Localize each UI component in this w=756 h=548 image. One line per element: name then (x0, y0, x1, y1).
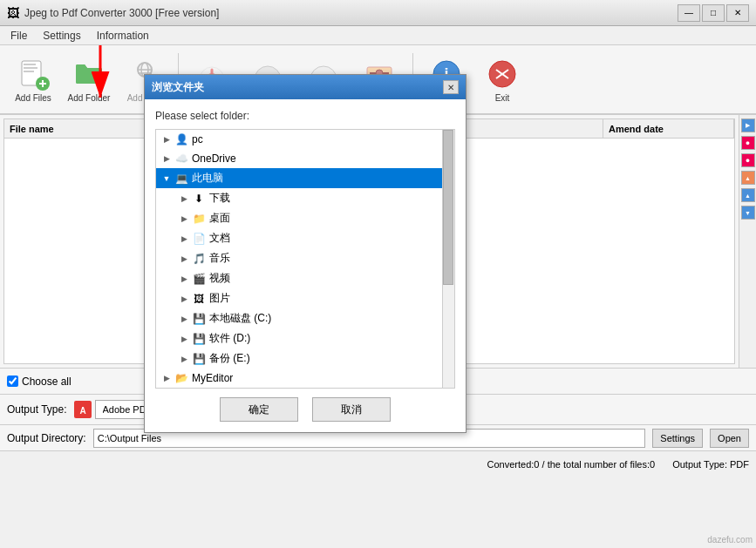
tree-item-drive-c[interactable]: ▶ 💾 本地磁盘 (C:) (156, 308, 454, 328)
tree-label-drive-d: 软件 (D:) (209, 331, 250, 346)
exit-button[interactable]: Exit (476, 49, 528, 110)
tree-label-pictures: 图片 (209, 291, 230, 306)
tree-expand-pc[interactable]: ▶ (160, 132, 174, 146)
tree-expand-drive-c[interactable]: ▶ (177, 312, 191, 326)
tree-icon-drive-e: 💾 (191, 352, 207, 366)
tree-expand-downloads[interactable]: ▶ (177, 192, 191, 206)
tree-icon-pictures: 🖼 (191, 292, 207, 306)
title-bar-left: 🖼 Jpeg to Pdf Converter 3000 [Free versi… (7, 6, 219, 20)
menu-settings[interactable]: Settings (36, 28, 87, 44)
add-folder-icon (72, 58, 106, 91)
tree-item-pictures[interactable]: ▶ 🖼 图片 (156, 288, 454, 308)
add-files-label: Add Files (15, 93, 51, 103)
minimize-button[interactable]: — (678, 4, 700, 22)
tree-label-onedrive: OneDrive (192, 152, 236, 165)
tree-expand-music[interactable]: ▶ (177, 252, 191, 266)
sidebar-btn-5[interactable]: ▲ (741, 188, 755, 202)
tree-item-drive-e[interactable]: ▶ 💾 备份 (E:) (156, 348, 454, 369)
folder-tree: ▶ 👤 pc ▶ ☁️ OneDrive ▼ 💻 此电脑 ▶ ⬇ 下载 ▶ 📁 … (155, 129, 455, 389)
close-button[interactable]: ✕ (726, 4, 749, 22)
tree-icon-documents: 📄 (191, 232, 207, 246)
add-files-button[interactable]: Add Files (7, 49, 59, 110)
window-title: Jpeg to Pdf Converter 3000 [Free version… (24, 7, 219, 19)
tree-item-desktop[interactable]: ▶ 📁 桌面 (156, 208, 454, 228)
status-bar: Converted:0 / the total number of files:… (0, 450, 756, 477)
tree-icon-pc: 👤 (174, 132, 189, 146)
tree-label-desktop: 桌面 (209, 211, 230, 226)
svg-rect-3 (24, 71, 34, 72)
tree-icon-music: 🎵 (191, 252, 207, 266)
add-files-icon-area (16, 57, 51, 91)
menu-information[interactable]: Information (90, 28, 156, 44)
tree-expand-drive-e[interactable]: ▶ (177, 352, 191, 366)
svg-text:A: A (79, 406, 85, 416)
tree-expand-videos[interactable]: ▶ (177, 272, 191, 286)
tree-item-myeditor[interactable]: ▶ 📂 MyEditor (156, 369, 454, 388)
dialog-cancel-button[interactable]: 取消 (312, 397, 391, 422)
sidebar-btn-4[interactable]: ▲ (741, 171, 755, 185)
tree-icon-videos: 🎬 (191, 272, 207, 286)
tree-label-documents: 文档 (209, 231, 230, 246)
menu-file[interactable]: File (3, 28, 34, 44)
sidebar-btn-3[interactable]: ● (741, 153, 755, 167)
tree-label-videos: 视频 (209, 271, 230, 286)
choose-all-checkbox[interactable] (7, 375, 18, 387)
tree-label-downloads: 下载 (209, 191, 230, 206)
tree-item-pc[interactable]: ▶ 👤 pc (156, 130, 454, 149)
tree-label-music: 音乐 (209, 251, 230, 266)
dialog-titlebar: 浏览文件夹 ✕ (145, 75, 466, 99)
browse-folder-dialog: 浏览文件夹 ✕ Please select folder: ▶ 👤 pc ▶ ☁… (144, 74, 467, 433)
sidebar-btn-2[interactable]: ● (741, 136, 755, 150)
add-folder-button[interactable]: Add Folder (63, 49, 115, 110)
tree-label-drive-e: 备份 (E:) (209, 351, 250, 366)
maximize-button[interactable]: □ (702, 4, 725, 22)
exit-label: Exit (495, 93, 510, 103)
tree-expand-pictures[interactable]: ▶ (177, 292, 191, 306)
tree-expand-thispc[interactable]: ▼ (160, 172, 174, 186)
output-type-label: Output Type: (7, 403, 67, 416)
tree-icon-myeditor: 📂 (174, 371, 189, 385)
tree-icon-drive-d: 💾 (191, 332, 207, 346)
open-dir-button[interactable]: Open (710, 429, 749, 448)
tree-item-drive-d[interactable]: ▶ 💾 软件 (D:) (156, 328, 454, 348)
add-folder-icon-area (72, 57, 106, 91)
sidebar-btn-6[interactable]: ▼ (741, 206, 755, 220)
tree-item-onedrive[interactable]: ▶ ☁️ OneDrive (156, 149, 454, 168)
add-folder-label: Add Folder (68, 93, 111, 103)
tree-icon-thispc: 💻 (174, 172, 189, 186)
tree-icon-drive-c: 💾 (191, 312, 207, 326)
adobe-icon: A (74, 401, 92, 418)
settings-dir-button[interactable]: Settings (652, 429, 703, 448)
tree-icon-downloads: ⬇ (191, 192, 207, 206)
output-dir-label: Output Directory: (7, 432, 86, 444)
dialog-close-button[interactable]: ✕ (443, 80, 459, 94)
dialog-title: 浏览文件夹 (152, 80, 204, 95)
dialog-body: Please select folder: ▶ 👤 pc ▶ ☁️ OneDri… (145, 99, 466, 432)
tree-item-videos[interactable]: ▶ 🎬 视频 (156, 268, 454, 288)
dialog-confirm-button[interactable]: 确定 (220, 397, 298, 422)
title-bar: 🖼 Jpeg to Pdf Converter 3000 [Free versi… (0, 0, 756, 26)
tree-expand-documents[interactable]: ▶ (177, 232, 191, 246)
exit-icon (485, 57, 520, 91)
col-amend: Amend date (603, 119, 734, 138)
choose-all-label: Choose all (22, 375, 72, 388)
sidebar-btn-1[interactable]: ▶ (741, 118, 755, 132)
tree-item-music[interactable]: ▶ 🎵 音乐 (156, 248, 454, 268)
tree-scrollbar[interactable] (442, 130, 454, 388)
tree-label-myeditor: MyEditor (192, 372, 233, 384)
tree-expand-onedrive[interactable]: ▶ (160, 152, 174, 166)
tree-expand-drive-d[interactable]: ▶ (177, 332, 191, 346)
tree-scrollbar-thumb[interactable] (443, 130, 453, 285)
tree-item-downloads[interactable]: ▶ ⬇ 下载 (156, 188, 454, 208)
svg-rect-2 (24, 67, 37, 69)
status-output-type: Output Type: PDF (672, 459, 749, 470)
tree-item-documents[interactable]: ▶ 📄 文档 (156, 228, 454, 248)
tree-item-thispc[interactable]: ▼ 💻 此电脑 (156, 168, 454, 188)
svg-rect-6 (42, 80, 44, 87)
title-bar-controls: — □ ✕ (678, 4, 749, 22)
tree-expand-myeditor[interactable]: ▶ (160, 371, 174, 385)
status-converted: Converted:0 / the total number of files:… (487, 459, 656, 470)
watermark: dazefu.com (707, 535, 753, 545)
tree-expand-desktop[interactable]: ▶ (177, 212, 191, 226)
tree-label-pc: pc (192, 133, 203, 145)
